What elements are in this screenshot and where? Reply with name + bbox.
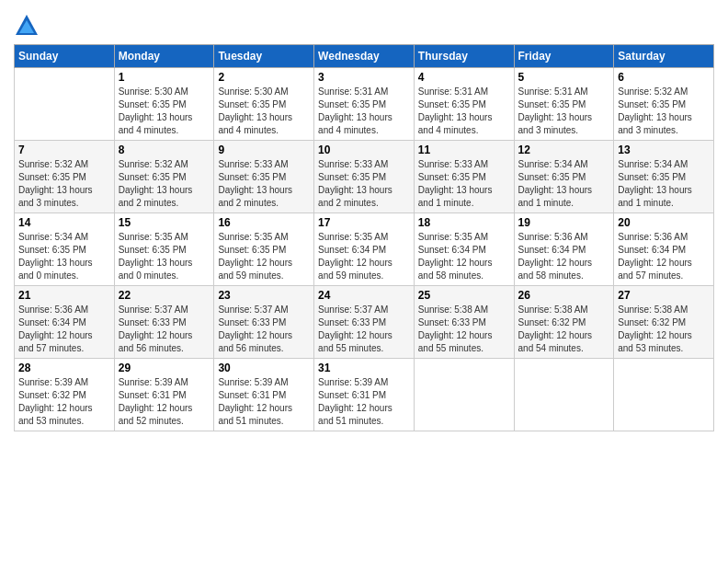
column-header-wednesday: Wednesday — [314, 45, 415, 68]
week-row-3: 14Sunrise: 5:34 AM Sunset: 6:35 PM Dayli… — [15, 213, 714, 286]
day-info: Sunrise: 5:31 AM Sunset: 6:35 PM Dayligh… — [418, 86, 510, 137]
column-header-monday: Monday — [114, 45, 214, 68]
day-number: 7 — [18, 144, 110, 156]
calendar-cell — [15, 68, 115, 141]
calendar-cell: 19Sunrise: 5:36 AM Sunset: 6:34 PM Dayli… — [514, 213, 614, 286]
week-row-4: 21Sunrise: 5:36 AM Sunset: 6:34 PM Dayli… — [15, 286, 714, 359]
calendar-cell: 1Sunrise: 5:30 AM Sunset: 6:35 PM Daylig… — [114, 68, 214, 141]
calendar-cell: 14Sunrise: 5:34 AM Sunset: 6:35 PM Dayli… — [15, 213, 115, 286]
day-info: Sunrise: 5:33 AM Sunset: 6:35 PM Dayligh… — [418, 158, 510, 210]
day-info: Sunrise: 5:30 AM Sunset: 6:35 PM Dayligh… — [119, 86, 210, 137]
day-number: 8 — [119, 144, 210, 156]
day-info: Sunrise: 5:39 AM Sunset: 6:31 PM Dayligh… — [119, 376, 210, 428]
calendar-cell: 27Sunrise: 5:38 AM Sunset: 6:32 PM Dayli… — [614, 286, 714, 359]
day-number: 22 — [119, 289, 210, 302]
calendar-cell: 5Sunrise: 5:31 AM Sunset: 6:35 PM Daylig… — [514, 68, 614, 141]
day-number: 29 — [119, 362, 210, 374]
calendar-cell: 13Sunrise: 5:34 AM Sunset: 6:35 PM Dayli… — [614, 141, 714, 213]
day-info: Sunrise: 5:30 AM Sunset: 6:35 PM Dayligh… — [218, 86, 310, 137]
day-info: Sunrise: 5:35 AM Sunset: 6:35 PM Dayligh… — [218, 231, 310, 282]
calendar-cell: 26Sunrise: 5:38 AM Sunset: 6:32 PM Dayli… — [514, 286, 614, 359]
day-info: Sunrise: 5:39 AM Sunset: 6:32 PM Dayligh… — [18, 376, 110, 428]
week-row-2: 7Sunrise: 5:32 AM Sunset: 6:35 PM Daylig… — [15, 141, 714, 213]
calendar-cell: 17Sunrise: 5:35 AM Sunset: 6:34 PM Dayli… — [314, 213, 415, 286]
day-number: 4 — [418, 71, 510, 84]
column-header-sunday: Sunday — [15, 45, 115, 68]
logo — [14, 13, 43, 39]
logo-icon — [14, 13, 40, 39]
calendar-cell: 21Sunrise: 5:36 AM Sunset: 6:34 PM Dayli… — [15, 286, 115, 359]
day-number: 26 — [518, 289, 610, 302]
day-number: 5 — [518, 71, 610, 84]
day-number: 6 — [618, 71, 710, 84]
calendar-cell: 20Sunrise: 5:36 AM Sunset: 6:34 PM Dayli… — [614, 213, 714, 286]
column-header-tuesday: Tuesday — [214, 45, 314, 68]
day-number: 12 — [518, 144, 610, 156]
calendar-cell: 28Sunrise: 5:39 AM Sunset: 6:32 PM Dayli… — [15, 359, 115, 431]
day-number: 3 — [318, 71, 410, 84]
day-number: 9 — [218, 144, 310, 156]
day-number: 17 — [318, 216, 410, 229]
day-number: 13 — [618, 144, 710, 156]
calendar-cell: 9Sunrise: 5:33 AM Sunset: 6:35 PM Daylig… — [214, 141, 314, 213]
day-info: Sunrise: 5:37 AM Sunset: 6:33 PM Dayligh… — [318, 304, 410, 355]
day-number: 18 — [418, 216, 510, 229]
day-info: Sunrise: 5:31 AM Sunset: 6:35 PM Dayligh… — [518, 86, 610, 137]
column-header-thursday: Thursday — [414, 45, 514, 68]
day-info: Sunrise: 5:36 AM Sunset: 6:34 PM Dayligh… — [618, 231, 710, 282]
page-header — [14, 9, 714, 39]
week-row-1: 1Sunrise: 5:30 AM Sunset: 6:35 PM Daylig… — [15, 68, 714, 141]
day-number: 24 — [318, 289, 410, 302]
day-info: Sunrise: 5:35 AM Sunset: 6:35 PM Dayligh… — [119, 231, 210, 282]
calendar-cell — [614, 359, 714, 431]
day-info: Sunrise: 5:38 AM Sunset: 6:33 PM Dayligh… — [418, 304, 510, 355]
calendar-cell: 11Sunrise: 5:33 AM Sunset: 6:35 PM Dayli… — [414, 141, 514, 213]
calendar-cell: 4Sunrise: 5:31 AM Sunset: 6:35 PM Daylig… — [414, 68, 514, 141]
calendar-table: SundayMondayTuesdayWednesdayThursdayFrid… — [14, 44, 714, 431]
calendar-cell: 31Sunrise: 5:39 AM Sunset: 6:31 PM Dayli… — [314, 359, 415, 431]
calendar-cell: 18Sunrise: 5:35 AM Sunset: 6:34 PM Dayli… — [414, 213, 514, 286]
day-info: Sunrise: 5:34 AM Sunset: 6:35 PM Dayligh… — [18, 231, 110, 282]
day-number: 1 — [119, 71, 210, 84]
day-number: 14 — [18, 216, 110, 229]
day-info: Sunrise: 5:36 AM Sunset: 6:34 PM Dayligh… — [18, 304, 110, 355]
calendar-cell: 25Sunrise: 5:38 AM Sunset: 6:33 PM Dayli… — [414, 286, 514, 359]
day-info: Sunrise: 5:37 AM Sunset: 6:33 PM Dayligh… — [218, 304, 310, 355]
calendar-cell: 24Sunrise: 5:37 AM Sunset: 6:33 PM Dayli… — [314, 286, 415, 359]
calendar-cell: 23Sunrise: 5:37 AM Sunset: 6:33 PM Dayli… — [214, 286, 314, 359]
day-info: Sunrise: 5:32 AM Sunset: 6:35 PM Dayligh… — [618, 86, 710, 137]
day-number: 19 — [518, 216, 610, 229]
day-info: Sunrise: 5:33 AM Sunset: 6:35 PM Dayligh… — [318, 158, 410, 210]
calendar-cell: 2Sunrise: 5:30 AM Sunset: 6:35 PM Daylig… — [214, 68, 314, 141]
calendar-cell: 3Sunrise: 5:31 AM Sunset: 6:35 PM Daylig… — [314, 68, 415, 141]
week-row-5: 28Sunrise: 5:39 AM Sunset: 6:32 PM Dayli… — [15, 359, 714, 431]
day-info: Sunrise: 5:38 AM Sunset: 6:32 PM Dayligh… — [618, 304, 710, 355]
calendar-cell: 16Sunrise: 5:35 AM Sunset: 6:35 PM Dayli… — [214, 213, 314, 286]
calendar-cell: 7Sunrise: 5:32 AM Sunset: 6:35 PM Daylig… — [15, 141, 115, 213]
day-info: Sunrise: 5:34 AM Sunset: 6:35 PM Dayligh… — [618, 158, 710, 210]
day-info: Sunrise: 5:35 AM Sunset: 6:34 PM Dayligh… — [418, 231, 510, 282]
day-number: 15 — [119, 216, 210, 229]
calendar-cell: 8Sunrise: 5:32 AM Sunset: 6:35 PM Daylig… — [114, 141, 214, 213]
page-container: SundayMondayTuesdayWednesdayThursdayFrid… — [0, 0, 728, 441]
day-number: 21 — [18, 289, 110, 302]
header-row: SundayMondayTuesdayWednesdayThursdayFrid… — [15, 45, 714, 68]
day-number: 10 — [318, 144, 410, 156]
day-info: Sunrise: 5:38 AM Sunset: 6:32 PM Dayligh… — [518, 304, 610, 355]
day-info: Sunrise: 5:35 AM Sunset: 6:34 PM Dayligh… — [318, 231, 410, 282]
day-number: 16 — [218, 216, 310, 229]
day-info: Sunrise: 5:34 AM Sunset: 6:35 PM Dayligh… — [518, 158, 610, 210]
day-number: 20 — [618, 216, 710, 229]
day-number: 2 — [218, 71, 310, 84]
day-number: 28 — [18, 362, 110, 374]
calendar-cell — [514, 359, 614, 431]
calendar-cell: 6Sunrise: 5:32 AM Sunset: 6:35 PM Daylig… — [614, 68, 714, 141]
calendar-cell: 12Sunrise: 5:34 AM Sunset: 6:35 PM Dayli… — [514, 141, 614, 213]
day-number: 23 — [218, 289, 310, 302]
column-header-saturday: Saturday — [614, 45, 714, 68]
day-number: 31 — [318, 362, 410, 374]
day-number: 30 — [218, 362, 310, 374]
day-number: 11 — [418, 144, 510, 156]
day-number: 27 — [618, 289, 710, 302]
calendar-cell: 15Sunrise: 5:35 AM Sunset: 6:35 PM Dayli… — [114, 213, 214, 286]
